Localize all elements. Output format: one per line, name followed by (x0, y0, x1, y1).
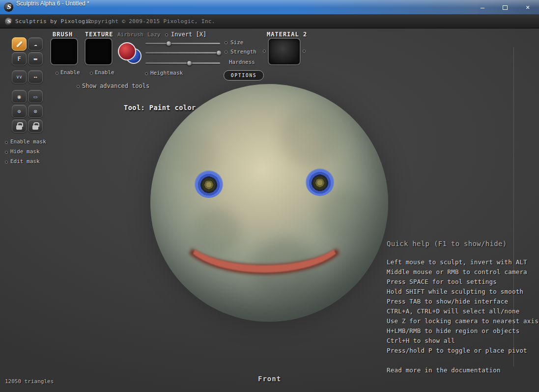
maximize-icon (503, 5, 508, 10)
cloud-icon: ☁ (33, 41, 37, 48)
strength-slider[interactable] (145, 52, 220, 54)
texture-enable-label[interactable]: Enable (95, 69, 114, 76)
menu-bar: S Sculptris by Pixologic Copyright © 200… (0, 15, 539, 28)
size-label: Size (230, 39, 244, 46)
tool-mask-add-button[interactable]: ⊕ (12, 105, 27, 118)
painted-smile (183, 200, 346, 273)
texture-enable-checkbox[interactable] (90, 72, 93, 75)
invert-checkbox[interactable] (165, 33, 168, 36)
tool-smooth-button[interactable]: ☁ (28, 37, 43, 51)
material-prev-dot[interactable] (263, 50, 266, 53)
quick-help-line: Middle mouse or RMB to control camera (387, 268, 539, 278)
mask-multiply-icon: ⊗ (33, 108, 37, 115)
material-section-label: MATERIAL 2 (267, 31, 307, 38)
quick-help-footer: Read more in the documentation (387, 366, 539, 376)
size-slider[interactable] (145, 43, 220, 44)
lazy-toggle[interactable]: Lazy (147, 31, 161, 38)
material-swatch[interactable] (268, 38, 301, 65)
window-title: Sculptris Alpha 6 - Untitled * (16, 0, 89, 15)
enable-mask-label[interactable]: Enable mask (10, 139, 46, 145)
title-bar: S Sculptris Alpha 6 - Untitled * – × (0, 0, 539, 15)
tool-paint-brush-button[interactable] (12, 37, 27, 51)
brush-section-label: BRUSH (53, 31, 73, 38)
strength-radio[interactable] (225, 51, 227, 54)
model-sphere[interactable] (150, 84, 388, 322)
strength-slider-thumb[interactable] (216, 50, 222, 56)
crease-icon: ∨∨ (16, 74, 22, 80)
quick-help-line: Ctrl+H to show all (387, 337, 539, 347)
quick-help-line: Left mouse to sculpt, invert with ALT (387, 258, 539, 268)
brush-stroke-icon (16, 41, 22, 47)
hide-mask-checkbox[interactable] (5, 151, 8, 154)
bar-icon: ▬ (33, 56, 37, 62)
enable-mask-checkbox[interactable] (5, 141, 8, 144)
hardness-label: Hardness (229, 59, 255, 65)
quick-help-line: H+LMB/RMB to hide region or objects (387, 327, 539, 337)
edit-mask-label[interactable]: Edit mask (10, 158, 40, 165)
show-advanced-label[interactable]: Show advanced tools (82, 83, 149, 89)
sphere-icon: ◉ (17, 93, 21, 100)
size-radio[interactable] (225, 41, 227, 44)
hardness-slider-thumb[interactable] (187, 60, 192, 66)
brand-logo-icon: S (5, 18, 13, 26)
tool-lock-button[interactable] (12, 119, 27, 133)
lock-open-icon (32, 125, 38, 130)
strength-label: Strength (230, 49, 256, 55)
tool-mask-multiply-button[interactable]: ⊗ (28, 105, 43, 118)
airbrush-toggle[interactable]: Airbrush (117, 31, 143, 38)
heightmask-label[interactable]: Heightmask (150, 70, 183, 76)
viewport-canvas[interactable]: ☁ F ▬ ∨∨ ↔ ◉ ▭ ⊕ ⊗ Enable mask Hide mask… (0, 28, 539, 392)
quick-help-line: Use Z for locking camera to nearest axis (387, 317, 539, 327)
copyright-text: Copyright © 2009-2015 Pixologic, Inc. (87, 18, 215, 25)
mask-add-icon: ⊕ (17, 108, 21, 115)
minimize-button[interactable]: – (471, 0, 494, 15)
tool-pinch-button[interactable]: ↔ (28, 70, 43, 84)
app-logo-icon: S (4, 2, 13, 12)
quick-help-line: Press TAB to show/hide interface (387, 298, 539, 308)
tool-crease-button[interactable]: ∨∨ (12, 70, 27, 84)
quick-help-list: Left mouse to sculpt, invert with ALT Mi… (387, 258, 539, 376)
primary-color-ball-icon (118, 42, 136, 60)
brush-swatch[interactable] (50, 38, 78, 65)
triangle-count: 12050 triangles (5, 378, 54, 385)
hide-mask-label[interactable]: Hide mask (10, 148, 40, 155)
quick-help-line: CTRL+A, CTRL+D will select all/none (387, 308, 539, 317)
size-slider-thumb[interactable] (166, 41, 171, 46)
painted-right-eye (306, 168, 334, 196)
brand-text: Sculptris by Pixologic (15, 18, 92, 25)
lock-closed-icon (16, 125, 22, 130)
edit-mask-checkbox[interactable] (5, 161, 8, 164)
brush-enable-label[interactable]: Enable (60, 69, 80, 76)
tool-unlock-button[interactable] (28, 119, 43, 133)
quick-help-line: Hold SHIFT while sculpting to smooth (387, 288, 539, 298)
brush-enable-checkbox[interactable] (56, 72, 58, 75)
texture-swatch[interactable] (85, 38, 113, 65)
app-window: S Sculptris Alpha 6 - Untitled * – × S S… (0, 0, 539, 392)
tool-fill-button[interactable]: ▬ (28, 52, 43, 65)
pinch-arrows-icon: ↔ (33, 74, 37, 81)
invert-label[interactable]: Invert [X] (171, 31, 206, 38)
pill-icon: ▭ (33, 93, 37, 100)
show-advanced-checkbox[interactable] (77, 85, 80, 88)
options-button[interactable]: OPTIONS (224, 70, 264, 81)
right-edge-divider (513, 47, 514, 366)
tool-inflate-button[interactable]: ◉ (12, 90, 27, 103)
maximize-button[interactable] (494, 0, 516, 15)
close-button[interactable]: × (516, 0, 539, 15)
painted-left-eye (195, 170, 223, 198)
heightmask-checkbox[interactable] (145, 72, 148, 75)
view-orientation-label: Front (258, 375, 281, 383)
tool-grab-button[interactable]: ▭ (28, 90, 43, 103)
paint-color-picker[interactable] (118, 42, 142, 66)
tool-flatten-button[interactable]: F (12, 52, 27, 65)
quick-help-line: Press SPACE for tool settings (387, 278, 539, 288)
texture-section-label: TEXTURE (85, 31, 113, 38)
quick-help-line: Press/hold P to toggle or place pivot (387, 347, 539, 357)
quick-help-title: Quick help (F1 to show/hide) (387, 240, 507, 248)
window-controls: – × (471, 0, 539, 15)
material-next-dot[interactable] (303, 50, 306, 53)
flatten-icon: F (17, 56, 21, 62)
hardness-slider[interactable] (145, 62, 220, 64)
